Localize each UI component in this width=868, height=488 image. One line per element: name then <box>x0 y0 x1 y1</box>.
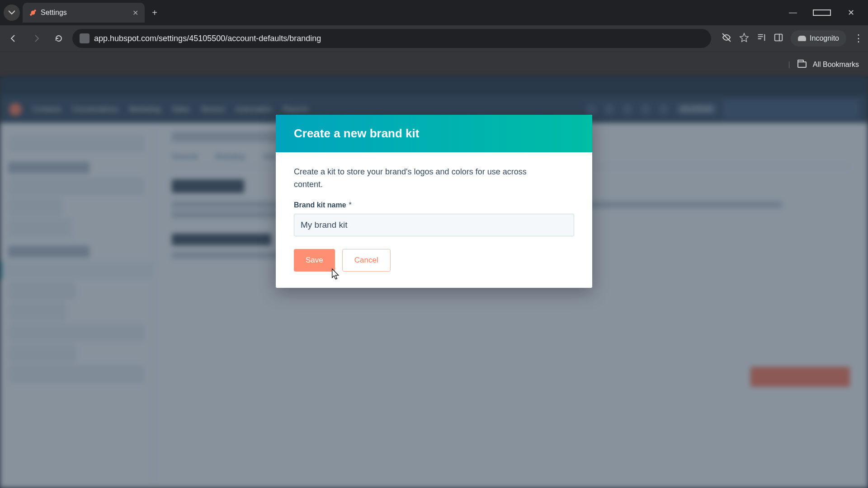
tab-title: Settings <box>41 9 129 17</box>
modal-body: Create a kit to store your brand's logos… <box>276 152 592 288</box>
arrow-left-icon <box>9 34 18 43</box>
folder-icon <box>797 61 807 68</box>
cancel-button[interactable]: Cancel <box>342 249 391 272</box>
site-info-icon[interactable] <box>80 33 90 43</box>
window-maximize-button[interactable] <box>813 8 831 18</box>
reload-icon <box>54 34 63 43</box>
hubspot-favicon-icon <box>29 9 37 17</box>
mouse-cursor-icon <box>328 268 340 282</box>
address-bar[interactable]: app.hubspot.com/settings/45105500/accoun… <box>72 29 711 48</box>
arrow-right-icon <box>32 34 41 43</box>
all-bookmarks-link[interactable]: All Bookmarks <box>813 61 859 69</box>
bookmark-star-icon[interactable] <box>739 33 749 45</box>
nav-forward-button[interactable] <box>27 29 45 47</box>
tab-close-button[interactable]: ✕ <box>132 9 138 17</box>
nav-back-button[interactable] <box>5 29 23 47</box>
window-close-button[interactable] <box>842 8 860 18</box>
bookmarks-bar: | All Bookmarks <box>0 52 868 77</box>
svg-rect-5 <box>775 34 783 41</box>
field-label: Brand kit name <box>294 201 346 209</box>
modal-header: Create a new brand kit <box>276 115 592 152</box>
browser-menu-button[interactable]: ⋮ <box>854 33 863 44</box>
window-minimize-button[interactable] <box>784 8 802 18</box>
chevron-down-icon <box>9 9 15 16</box>
side-panel-icon[interactable] <box>774 33 783 44</box>
create-brand-kit-modal: Create a new brand kit Create a kit to s… <box>276 115 592 288</box>
browser-chrome: Settings ✕ + app.hubspot.com/settings/45… <box>0 0 868 77</box>
eye-off-icon[interactable] <box>721 32 732 45</box>
window-controls <box>784 8 868 18</box>
browser-tab[interactable]: Settings ✕ <box>23 3 145 23</box>
modal-description: Create a kit to store your brand's logos… <box>294 166 547 191</box>
reading-list-icon[interactable] <box>756 33 766 44</box>
address-bar-actions: Incognito ⋮ <box>721 30 863 47</box>
brand-kit-name-field: Brand kit name* <box>294 201 574 236</box>
address-row: app.hubspot.com/settings/45105500/accoun… <box>0 25 868 52</box>
required-marker: * <box>349 201 352 209</box>
new-tab-button[interactable]: + <box>147 5 162 20</box>
tab-search-button[interactable] <box>4 5 20 21</box>
url-text: app.hubspot.com/settings/45105500/accoun… <box>94 34 321 43</box>
tab-strip: Settings ✕ + <box>0 0 868 25</box>
modal-title: Create a new brand kit <box>294 127 574 141</box>
incognito-badge[interactable]: Incognito <box>791 30 846 47</box>
incognito-icon <box>798 36 806 41</box>
incognito-label: Incognito <box>810 34 839 42</box>
nav-reload-button[interactable] <box>50 29 68 47</box>
brand-kit-name-input[interactable] <box>294 214 574 236</box>
bookmark-separator: | <box>788 61 790 69</box>
